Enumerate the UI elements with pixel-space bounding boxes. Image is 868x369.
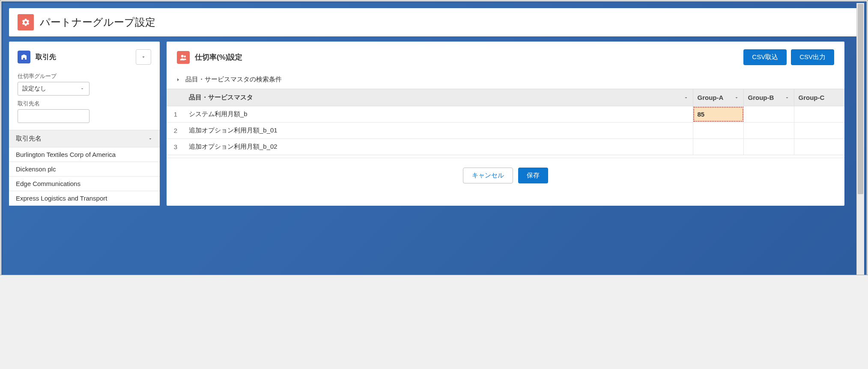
cell-group-c[interactable] (794, 123, 844, 139)
filter-name-label: 取引先名 (18, 100, 151, 108)
col-group-b[interactable]: Group-B (743, 89, 794, 106)
chevron-right-icon (175, 77, 181, 83)
group-icon (177, 51, 190, 64)
table-row: 3 追加オプション利用月額_b_02 (167, 139, 844, 155)
vertical-scrollbar[interactable] (856, 3, 864, 275)
accounts-list-header-label: 取引先名 (16, 135, 42, 143)
col-rownum (167, 89, 185, 106)
caret-down-icon (80, 86, 85, 91)
search-condition-label: 品目・サービスマスタの検索条件 (185, 75, 282, 84)
cell-group-b[interactable] (743, 123, 794, 139)
table-row: 1 システム利用月額_b 85 (167, 106, 844, 123)
sidebar-dropdown-toggle[interactable] (136, 49, 151, 65)
svg-rect-2 (25, 56, 26, 57)
sidebar-title: 取引先 (36, 53, 56, 62)
list-item[interactable]: Burlington Textiles Corp of America (9, 147, 160, 162)
cell-group-a[interactable]: 85 (693, 106, 743, 123)
search-condition-toggle[interactable]: 品目・サービスマスタの検索条件 (167, 73, 844, 89)
cell-group-a[interactable] (693, 139, 743, 155)
list-item[interactable]: Edge Communications (9, 177, 160, 191)
filter-name-input[interactable] (18, 109, 89, 123)
cell-group-c[interactable] (794, 106, 844, 123)
csv-import-button[interactable]: CSV取込 (743, 49, 787, 65)
sidebar-panel: 取引先 仕切率グループ 設定なし 取引先名 取引先名 (9, 42, 160, 206)
cell-group-a[interactable] (693, 123, 743, 139)
filter-group-label: 仕切率グループ (18, 72, 151, 80)
main-panel: 仕切率(%)設定 CSV取込 CSV出力 品目・サービスマスタの検索条件 (167, 42, 844, 206)
page-header: パートナーグループ設定 (9, 8, 859, 36)
list-item[interactable]: Express Logistics and Transport (9, 191, 160, 206)
col-group-a[interactable]: Group-A (693, 89, 743, 106)
page-title: パートナーグループ設定 (40, 15, 155, 29)
cell-group-b[interactable] (743, 106, 794, 123)
list-item[interactable]: Dickenson plc (9, 162, 160, 177)
svg-rect-0 (22, 56, 23, 57)
svg-point-3 (181, 55, 184, 57)
cancel-button[interactable]: キャンセル (463, 168, 513, 183)
svg-rect-1 (24, 56, 24, 57)
table-row: 2 追加オプション利用月額_b_01 (167, 123, 844, 139)
svg-point-4 (184, 55, 186, 57)
cell-group-b[interactable] (743, 139, 794, 155)
scrollbar-thumb[interactable] (858, 4, 863, 194)
chevron-down-icon (148, 136, 153, 141)
main-title: 仕切率(%)設定 (195, 52, 242, 62)
filter-group-value: 設定なし (22, 85, 46, 93)
save-button[interactable]: 保存 (518, 168, 548, 183)
cell-master[interactable]: 追加オプション利用月額_b_01 (185, 123, 693, 139)
col-group-c[interactable]: Group-C (794, 89, 844, 106)
caret-down-icon (141, 54, 146, 60)
cell-master[interactable]: システム利用月額_b (185, 106, 693, 123)
cell-group-c[interactable] (794, 139, 844, 155)
chevron-down-icon (683, 95, 689, 100)
filter-group-select[interactable]: 設定なし (18, 82, 89, 96)
gears-icon (18, 14, 34, 30)
rate-grid: 品目・サービスマスタ Group-A (167, 89, 844, 155)
chevron-down-icon (784, 95, 790, 100)
cell-master[interactable]: 追加オプション利用月額_b_02 (185, 139, 693, 155)
csv-export-button[interactable]: CSV出力 (791, 49, 834, 65)
col-master[interactable]: 品目・サービスマスタ (185, 89, 693, 106)
building-icon (18, 51, 30, 63)
accounts-list-header[interactable]: 取引先名 (9, 130, 160, 147)
chevron-down-icon (734, 95, 739, 100)
